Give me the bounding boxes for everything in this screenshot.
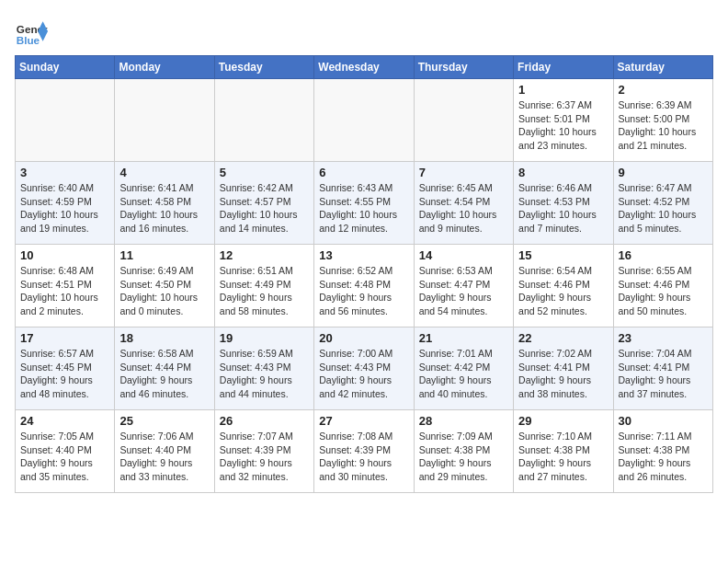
day-info: Sunrise: 6:57 AM Sunset: 4:45 PM Dayligh… — [20, 347, 109, 401]
calendar-cell-2-4: 6Sunrise: 6:43 AM Sunset: 4:55 PM Daylig… — [314, 162, 414, 245]
header: General Blue — [15, 15, 713, 48]
weekday-header-friday: Friday — [514, 56, 613, 79]
day-number: 26 — [220, 414, 309, 428]
day-info: Sunrise: 6:43 AM Sunset: 4:55 PM Dayligh… — [319, 181, 408, 236]
day-number: 25 — [119, 414, 209, 428]
day-info: Sunrise: 7:11 AM Sunset: 4:38 PM Dayligh… — [619, 430, 708, 484]
calendar-cell-5-5: 28Sunrise: 7:09 AM Sunset: 4:38 PM Dayli… — [414, 410, 513, 493]
day-number: 29 — [518, 414, 608, 428]
day-info: Sunrise: 6:42 AM Sunset: 4:57 PM Dayligh… — [220, 181, 309, 236]
calendar-cell-3-2: 11Sunrise: 6:49 AM Sunset: 4:50 PM Dayli… — [115, 245, 214, 327]
day-number: 13 — [319, 248, 408, 262]
calendar-cell-3-3: 12Sunrise: 6:51 AM Sunset: 4:49 PM Dayli… — [214, 245, 313, 327]
calendar-cell-4-3: 19Sunrise: 6:59 AM Sunset: 4:43 PM Dayli… — [214, 327, 313, 410]
calendar-cell-5-6: 29Sunrise: 7:10 AM Sunset: 4:38 PM Dayli… — [514, 410, 613, 493]
day-info: Sunrise: 6:59 AM Sunset: 4:43 PM Dayligh… — [220, 347, 309, 401]
calendar-cell-1-1 — [16, 79, 115, 162]
calendar-cell-3-4: 13Sunrise: 6:52 AM Sunset: 4:48 PM Dayli… — [314, 245, 414, 327]
day-number: 10 — [20, 248, 109, 262]
day-number: 1 — [518, 83, 608, 97]
day-info: Sunrise: 6:46 AM Sunset: 4:53 PM Dayligh… — [518, 181, 608, 236]
calendar-cell-3-5: 14Sunrise: 6:53 AM Sunset: 4:47 PM Dayli… — [414, 245, 513, 327]
calendar-cell-1-7: 2Sunrise: 6:39 AM Sunset: 5:00 PM Daylig… — [613, 79, 712, 162]
calendar-cell-1-5 — [414, 79, 513, 162]
day-info: Sunrise: 7:09 AM Sunset: 4:38 PM Dayligh… — [419, 430, 508, 484]
calendar-cell-2-5: 7Sunrise: 6:45 AM Sunset: 4:54 PM Daylig… — [414, 162, 513, 245]
calendar-cell-2-1: 3Sunrise: 6:40 AM Sunset: 4:59 PM Daylig… — [16, 162, 115, 245]
day-info: Sunrise: 7:02 AM Sunset: 4:41 PM Dayligh… — [518, 347, 608, 401]
weekday-header-monday: Monday — [115, 56, 214, 79]
day-number: 27 — [319, 414, 408, 428]
day-info: Sunrise: 6:39 AM Sunset: 5:00 PM Dayligh… — [619, 98, 708, 153]
day-number: 23 — [619, 331, 708, 345]
day-info: Sunrise: 6:48 AM Sunset: 4:51 PM Dayligh… — [20, 264, 109, 318]
day-number: 6 — [319, 166, 408, 179]
calendar-cell-1-3 — [214, 79, 313, 162]
day-info: Sunrise: 6:52 AM Sunset: 4:48 PM Dayligh… — [319, 264, 408, 318]
day-number: 14 — [419, 248, 508, 262]
day-info: Sunrise: 7:01 AM Sunset: 4:42 PM Dayligh… — [419, 347, 508, 401]
day-number: 22 — [518, 331, 608, 345]
day-number: 11 — [119, 248, 209, 262]
calendar-cell-4-7: 23Sunrise: 7:04 AM Sunset: 4:41 PM Dayli… — [613, 327, 712, 410]
day-info: Sunrise: 6:53 AM Sunset: 4:47 PM Dayligh… — [419, 264, 508, 318]
calendar-cell-3-6: 15Sunrise: 6:54 AM Sunset: 4:46 PM Dayli… — [514, 245, 613, 327]
weekday-header-saturday: Saturday — [613, 56, 712, 79]
calendar-cell-2-3: 5Sunrise: 6:42 AM Sunset: 4:57 PM Daylig… — [214, 162, 313, 245]
day-number: 8 — [518, 166, 608, 179]
day-info: Sunrise: 6:51 AM Sunset: 4:49 PM Dayligh… — [220, 264, 309, 318]
day-info: Sunrise: 6:49 AM Sunset: 4:50 PM Dayligh… — [119, 264, 209, 318]
day-info: Sunrise: 6:37 AM Sunset: 5:01 PM Dayligh… — [518, 98, 608, 153]
day-number: 17 — [20, 331, 109, 345]
calendar-cell-4-5: 21Sunrise: 7:01 AM Sunset: 4:42 PM Dayli… — [414, 327, 513, 410]
day-info: Sunrise: 7:05 AM Sunset: 4:40 PM Dayligh… — [20, 430, 109, 484]
day-number: 15 — [518, 248, 608, 262]
calendar-cell-3-7: 16Sunrise: 6:55 AM Sunset: 4:46 PM Dayli… — [613, 245, 712, 327]
calendar-cell-5-4: 27Sunrise: 7:08 AM Sunset: 4:39 PM Dayli… — [314, 410, 414, 493]
weekday-header-wednesday: Wednesday — [314, 56, 414, 79]
day-info: Sunrise: 7:08 AM Sunset: 4:39 PM Dayligh… — [319, 430, 408, 484]
calendar-cell-4-1: 17Sunrise: 6:57 AM Sunset: 4:45 PM Dayli… — [16, 327, 115, 410]
day-number: 24 — [20, 414, 109, 428]
day-number: 12 — [220, 248, 309, 262]
day-number: 16 — [619, 248, 708, 262]
day-info: Sunrise: 6:55 AM Sunset: 4:46 PM Dayligh… — [619, 264, 708, 318]
calendar-cell-4-6: 22Sunrise: 7:02 AM Sunset: 4:41 PM Dayli… — [514, 327, 613, 410]
day-number: 4 — [119, 166, 209, 179]
day-number: 21 — [419, 331, 508, 345]
day-info: Sunrise: 7:06 AM Sunset: 4:40 PM Dayligh… — [119, 430, 209, 484]
day-info: Sunrise: 7:00 AM Sunset: 4:43 PM Dayligh… — [319, 347, 408, 401]
day-info: Sunrise: 6:58 AM Sunset: 4:44 PM Dayligh… — [119, 347, 209, 401]
logo-icon: General Blue — [15, 15, 48, 48]
day-number: 9 — [619, 166, 708, 179]
logo: General Blue — [15, 15, 48, 48]
day-number: 20 — [319, 331, 408, 345]
calendar-cell-2-7: 9Sunrise: 6:47 AM Sunset: 4:52 PM Daylig… — [613, 162, 712, 245]
day-number: 19 — [220, 331, 309, 345]
day-number: 3 — [20, 166, 109, 179]
calendar-cell-2-6: 8Sunrise: 6:46 AM Sunset: 4:53 PM Daylig… — [514, 162, 613, 245]
weekday-header-tuesday: Tuesday — [214, 56, 313, 79]
day-number: 28 — [419, 414, 508, 428]
weekday-header-thursday: Thursday — [414, 56, 513, 79]
day-number: 2 — [619, 83, 708, 97]
calendar-cell-3-1: 10Sunrise: 6:48 AM Sunset: 4:51 PM Dayli… — [16, 245, 115, 327]
svg-text:Blue: Blue — [17, 34, 40, 46]
day-info: Sunrise: 7:10 AM Sunset: 4:38 PM Dayligh… — [518, 430, 608, 484]
calendar-cell-4-4: 20Sunrise: 7:00 AM Sunset: 4:43 PM Dayli… — [314, 327, 414, 410]
calendar-cell-5-3: 26Sunrise: 7:07 AM Sunset: 4:39 PM Dayli… — [214, 410, 313, 493]
calendar-cell-4-2: 18Sunrise: 6:58 AM Sunset: 4:44 PM Dayli… — [115, 327, 214, 410]
day-number: 18 — [119, 331, 209, 345]
day-info: Sunrise: 6:41 AM Sunset: 4:58 PM Dayligh… — [119, 181, 209, 236]
weekday-header-sunday: Sunday — [16, 56, 115, 79]
calendar-cell-5-1: 24Sunrise: 7:05 AM Sunset: 4:40 PM Dayli… — [16, 410, 115, 493]
calendar-cell-1-4 — [314, 79, 414, 162]
calendar-cell-5-7: 30Sunrise: 7:11 AM Sunset: 4:38 PM Dayli… — [613, 410, 712, 493]
day-info: Sunrise: 6:54 AM Sunset: 4:46 PM Dayligh… — [518, 264, 608, 318]
day-number: 30 — [619, 414, 708, 428]
calendar-cell-2-2: 4Sunrise: 6:41 AM Sunset: 4:58 PM Daylig… — [115, 162, 214, 245]
calendar-cell-1-6: 1Sunrise: 6:37 AM Sunset: 5:01 PM Daylig… — [514, 79, 613, 162]
day-number: 7 — [419, 166, 508, 179]
calendar-header: SundayMondayTuesdayWednesdayThursdayFrid… — [16, 56, 713, 79]
day-number: 5 — [220, 166, 309, 179]
